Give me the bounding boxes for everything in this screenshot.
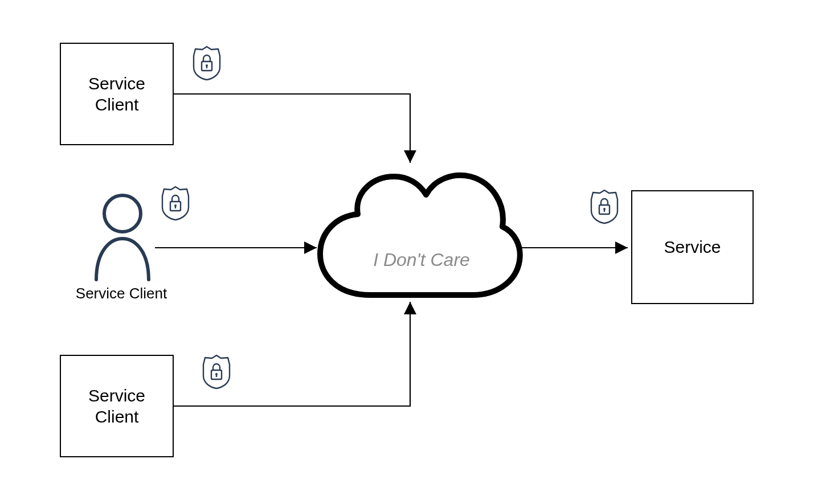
shield-lock-icon — [201, 353, 232, 391]
shield-lock-icon — [191, 44, 223, 82]
shield-lock-icon — [588, 188, 620, 226]
diagram-canvas: Service Client Service Client Service Se… — [0, 0, 818, 504]
connectors — [0, 0, 818, 504]
shield-lock-icon — [159, 185, 191, 222]
arrow-client-top-to-cloud — [174, 94, 410, 163]
